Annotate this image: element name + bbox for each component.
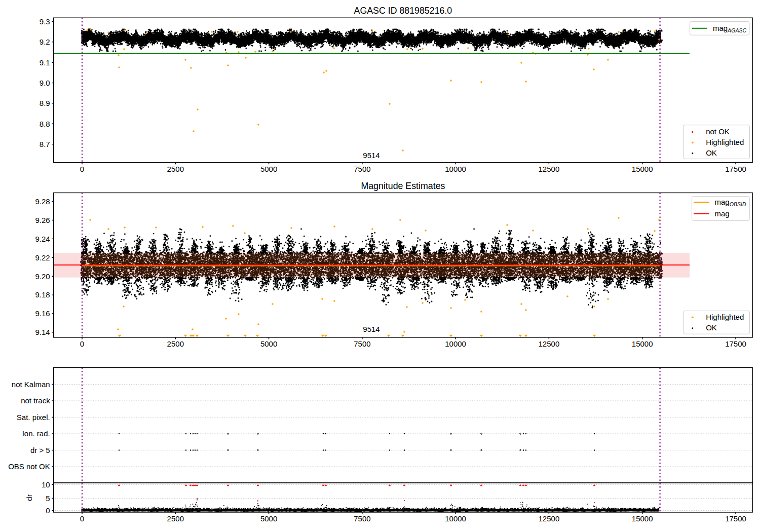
svg-text:9.0: 9.0 [40,79,50,87]
svg-text:0: 0 [80,514,84,523]
svg-text:15000: 15000 [632,339,653,348]
svg-text:10: 10 [42,480,50,489]
svg-text:9.1: 9.1 [40,58,50,67]
svg-text:9.24: 9.24 [35,235,50,243]
svg-text:OK: OK [706,148,717,157]
svg-text:dr: dr [25,494,33,501]
svg-text:10000: 10000 [445,339,466,348]
svg-text:5000: 5000 [260,165,277,173]
svg-text:15000: 15000 [632,165,653,173]
svg-text:9514: 9514 [363,325,379,333]
svg-text:8.7: 8.7 [40,140,50,148]
svg-text:2500: 2500 [167,165,184,173]
svg-text:12500: 12500 [539,339,560,348]
svg-text:mag: mag [715,209,730,218]
svg-text:Sat. pixel.: Sat. pixel. [17,413,50,422]
svg-text:Magnitude Estimates: Magnitude Estimates [361,181,445,191]
svg-text:15000: 15000 [632,514,653,523]
svg-text:9.18: 9.18 [35,290,50,299]
svg-text:Highlighted: Highlighted [706,313,744,321]
svg-text:OBS not OK: OBS not OK [8,462,50,471]
svg-text:9.20: 9.20 [35,272,50,281]
svg-text:5000: 5000 [260,514,277,523]
svg-text:17500: 17500 [725,514,746,523]
svg-text:not OK: not OK [706,127,730,136]
svg-text:10000: 10000 [445,165,466,173]
svg-text:12500: 12500 [539,514,560,523]
svg-text:8.9: 8.9 [40,99,50,107]
svg-text:8.8: 8.8 [40,120,50,128]
svg-text:17500: 17500 [725,339,746,348]
svg-text:9.28: 9.28 [35,197,50,206]
svg-text:2500: 2500 [167,339,184,348]
svg-text:not track: not track [21,396,50,405]
svg-text:9.2: 9.2 [40,37,50,46]
svg-text:9.14: 9.14 [35,328,50,336]
svg-text:9.16: 9.16 [35,309,50,318]
svg-text:17500: 17500 [725,165,746,173]
svg-text:9.26: 9.26 [35,216,50,224]
svg-text:5: 5 [46,494,50,503]
svg-text:5000: 5000 [260,339,277,348]
svg-text:12500: 12500 [539,165,560,173]
svg-text:Ion. rad.: Ion. rad. [22,429,50,438]
svg-text:9.3: 9.3 [40,17,50,26]
svg-text:0: 0 [80,165,84,173]
svg-text:7500: 7500 [354,165,370,173]
svg-text:9.22: 9.22 [35,253,50,262]
svg-text:7500: 7500 [354,339,370,348]
svg-text:not Kalman: not Kalman [12,380,50,389]
svg-text:dr > 5: dr > 5 [30,446,50,454]
svg-text:OK: OK [706,323,717,332]
svg-text:AGASC ID 881985216.0: AGASC ID 881985216.0 [354,6,452,16]
svg-text:2500: 2500 [167,514,184,523]
svg-text:0: 0 [46,506,50,515]
svg-text:0: 0 [80,339,84,348]
svg-text:7500: 7500 [354,514,370,523]
svg-text:9514: 9514 [363,151,379,160]
svg-text:10000: 10000 [445,514,466,523]
svg-text:Highlighted: Highlighted [706,138,744,146]
